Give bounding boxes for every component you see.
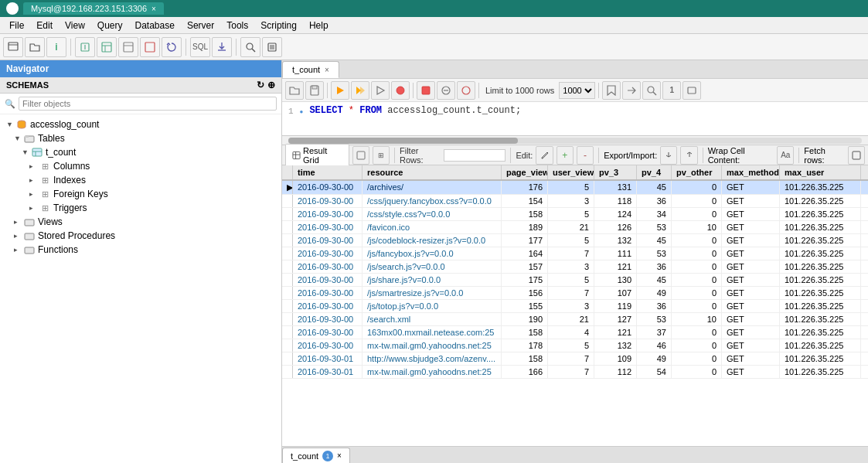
header-other[interactable]: pv_other [672, 165, 722, 179]
table-row[interactable]: 2016-09-30-00 /js/totop.js?v=0.0.0 155 3… [282, 300, 868, 313]
sql-editor[interactable]: 1 ● SELECT * FROM accesslog_count.t_coun… [282, 102, 868, 136]
edit-row-btn[interactable] [536, 146, 553, 165]
menu-tools[interactable]: Tools [220, 19, 254, 32]
menu-edit[interactable]: Edit [30, 19, 59, 32]
preferences-btn[interactable] [262, 37, 282, 57]
import-data-btn[interactable] [680, 146, 697, 165]
foreign-keys-item[interactable]: ▸ ⊞ Foreign Keys [0, 187, 281, 201]
drop-table-btn[interactable] [140, 37, 160, 57]
menu-help[interactable]: Help [303, 19, 335, 32]
send-btn[interactable] [622, 81, 641, 100]
commit-btn[interactable] [437, 81, 455, 100]
query-tab-t-count[interactable]: t_count × [282, 61, 339, 78]
stop-btn[interactable] [391, 81, 410, 100]
columns-icon: ⊞ [39, 161, 51, 172]
hscroll-bar[interactable] [282, 136, 868, 145]
bottom-tab-close[interactable]: × [337, 451, 342, 460]
indexes-icon: ⊞ [39, 175, 51, 186]
header-pv[interactable]: page_view [502, 165, 548, 179]
functions-item[interactable]: ▸ Functions [0, 243, 281, 257]
table-row[interactable]: 2016-09-30-00 /js/codeblock-resizer.js?v… [282, 234, 868, 247]
columns-item[interactable]: ▸ ⊞ Columns [0, 159, 281, 173]
query-btn[interactable]: SQL [190, 37, 210, 57]
add-row-btn[interactable]: + [557, 146, 574, 165]
table-row[interactable]: 2016-09-30-00 /js/search.js?v=0.0.0 157 … [282, 260, 868, 274]
open-file-btn[interactable] [285, 81, 304, 100]
form-view-btn[interactable] [352, 146, 369, 165]
open-btn[interactable] [25, 37, 45, 57]
menu-query[interactable]: Query [91, 19, 129, 32]
filter-input[interactable] [19, 97, 277, 111]
refresh-btn[interactable] [162, 37, 182, 57]
query-tab-close[interactable]: × [325, 66, 329, 74]
header-time[interactable]: time [293, 165, 363, 179]
search-btn[interactable] [642, 81, 661, 100]
header-uv[interactable]: user_view [548, 165, 594, 179]
bottom-tab-t-count[interactable]: t_count 1 × [282, 448, 350, 463]
func-label: Functions [38, 244, 78, 255]
inspect-btn[interactable] [240, 37, 260, 57]
header-resource[interactable]: resource [363, 165, 502, 179]
table-row[interactable]: 2016-09-30-00 /js/fancybox.js?v=0.0.0 16… [282, 247, 868, 260]
toggle-result-btn[interactable] [417, 81, 435, 100]
wrap-btn[interactable]: Aa [777, 146, 794, 165]
fetch-btn[interactable] [848, 146, 865, 165]
del-row-btn[interactable]: - [577, 146, 594, 165]
field-types-btn[interactable]: ⊞ [373, 146, 390, 165]
header-pv4[interactable]: pv_4 [637, 165, 672, 179]
table-row[interactable]: 2016-09-30-01 http://www.sbjudge3.com/az… [282, 352, 868, 366]
rollback-btn[interactable] [457, 81, 475, 100]
execute-btn[interactable] [331, 81, 349, 100]
views-item[interactable]: ▸ Views [0, 215, 281, 229]
format-btn[interactable] [682, 81, 701, 100]
connection-tab[interactable]: Mysql@192.168.223.151:3306 × [23, 2, 164, 15]
connection-close[interactable]: × [151, 5, 156, 13]
limit-select[interactable]: 1000 200 500 [559, 82, 595, 99]
result-grid-tab[interactable]: Result Grid [285, 144, 349, 167]
table-row[interactable]: 2016-09-30-00 /js/share.js?v=0.0.0 175 5… [282, 274, 868, 287]
bookmark-btn[interactable] [602, 81, 621, 100]
export-btn[interactable] [660, 146, 677, 165]
schemas-add-icon[interactable]: ⊕ [267, 80, 275, 90]
tables-folder[interactable]: ▼ Tables [0, 131, 281, 145]
svg-rect-32 [422, 87, 430, 94]
table-row[interactable]: ▶ 2016-09-30-00 /archives/ 176 5 131 45 … [282, 181, 868, 195]
edit-table-btn[interactable] [118, 37, 138, 57]
menu-database[interactable]: Database [129, 19, 181, 32]
header-user[interactable]: max_user [780, 165, 861, 179]
table-row[interactable]: 2016-09-30-00 /favicon.ico 189 21 126 53… [282, 221, 868, 234]
cell-resource: mx-tw.mail.gm0.yahoodns.net:25 [363, 339, 502, 352]
table-row[interactable]: 2016-09-30-00 /js/smartresize.js?v=0.0.0… [282, 287, 868, 300]
indexes-item[interactable]: ▸ ⊞ Indexes [0, 173, 281, 187]
func-expand-icon: ▸ [14, 246, 23, 254]
menu-file[interactable]: File [3, 19, 30, 32]
stored-procedures-item[interactable]: ▸ Stored Procedures [0, 229, 281, 243]
filter-rows-input[interactable] [444, 149, 505, 162]
new-connection-btn[interactable] [3, 37, 23, 57]
cell-method: GET [722, 339, 780, 352]
table-row[interactable]: 2016-09-30-00 /css/style.css?v=0.0.0 158… [282, 208, 868, 221]
import-btn[interactable] [212, 37, 232, 57]
schemas-refresh-icon[interactable]: ↻ [257, 80, 264, 90]
triggers-item[interactable]: ▸ ⊞ Triggers [0, 201, 281, 215]
execute-explain-btn[interactable] [371, 81, 390, 100]
table-row[interactable]: 2016-09-30-01 mx-tw.mail.gm0.yahoodns.ne… [282, 366, 868, 379]
menu-view[interactable]: View [59, 19, 91, 32]
assist-btn[interactable]: 1 [662, 81, 681, 100]
schema-item[interactable]: ▼ accesslog_count [0, 117, 281, 131]
new-table-btn[interactable] [97, 37, 117, 57]
table-row[interactable]: 2016-09-30-00 163mx00.mxmail.netease.com… [282, 326, 868, 339]
menu-scripting[interactable]: Scripting [254, 19, 303, 32]
table-row[interactable]: 2016-09-30-00 /css/jquery.fancybox.css?v… [282, 195, 868, 208]
table-row[interactable]: 2016-09-30-00 mx-tw.mail.gm0.yahoodns.ne… [282, 339, 868, 352]
new-schema-btn[interactable] [75, 37, 95, 57]
header-pv3[interactable]: pv_3 [594, 165, 637, 179]
t-count-table[interactable]: ▼ t_count [0, 145, 281, 159]
execute-selected-btn[interactable] [351, 81, 369, 100]
table-row[interactable]: 2016-09-30-00 /search.xml 190 21 127 53 … [282, 313, 868, 326]
save-btn[interactable] [305, 81, 324, 100]
header-method[interactable]: max_method [722, 165, 780, 179]
menu-server[interactable]: Server [181, 19, 220, 32]
hscroll-thumb[interactable] [288, 138, 518, 144]
info-btn[interactable]: i [46, 37, 66, 57]
